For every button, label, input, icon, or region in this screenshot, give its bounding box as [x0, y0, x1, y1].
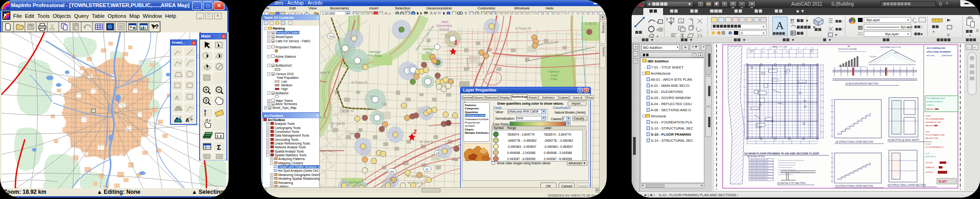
svg-text:Park: Park [425, 51, 432, 54]
svg-text:19'-3": 19'-3" [786, 51, 790, 53]
svg-text:E Peach St: E Peach St [516, 27, 531, 30]
svg-text:▼: ▼ [650, 38, 654, 42]
svg-text:▪ FLR JOIST 11x7 @16"OC: ▪ FLR JOIST 11x7 @16"OC [750, 162, 769, 164]
svg-text:0: 0 [741, 31, 743, 35]
svg-text:E 4th St: E 4th St [585, 22, 596, 25]
svg-text:S-10?: S-10? [939, 180, 947, 183]
svg-text:▼: ▼ [689, 38, 693, 42]
svg-text:?: ? [155, 23, 159, 30]
svg-text:A: A [185, 117, 189, 123]
svg-text:M 41.5: M 41.5 [772, 46, 778, 48]
svg-text:R=12: R=12 [895, 52, 898, 54]
svg-text:22'-2": 22'-2" [761, 51, 765, 53]
svg-text:▼: ▼ [742, 38, 746, 42]
svg-text:199: 199 [389, 170, 394, 173]
svg-text:(6) STRUCTURAL STAIR SECTION: (6) STRUCTURAL STAIR SECTION [835, 140, 873, 143]
svg-text:TI/9: TI/9 [329, 35, 334, 38]
svg-text:30: 30 [425, 168, 429, 171]
svg-text:15': 15' [769, 47, 772, 49]
svg-text:▪ FLR JOIST 3x9 @16"OC: ▪ FLR JOIST 3x9 @16"OC [750, 179, 768, 181]
svg-text:Nash: Nash [441, 20, 449, 23]
svg-text:10': 10' [755, 47, 757, 49]
svg-text:AA: AA [848, 46, 850, 47]
svg-text:A: A [776, 19, 784, 31]
svg-text:W 13th St: W 13th St [420, 140, 433, 144]
svg-text:A: A [175, 94, 179, 101]
svg-text:▼: ▼ [791, 38, 795, 42]
svg-text:▪ FLR JOIST 11x9 @16"OC: ▪ FLR JOIST 11x9 @16"OC [750, 173, 769, 175]
svg-text:IBD ADDITION BLDG: IBD ADDITION BLDG [926, 101, 942, 103]
svg-text:RIDGE BEAM 6 3/4x13.5 GLB: RIDGE BEAM 6 3/4x13.5 GLB [880, 46, 901, 48]
svg-text:1: 1 [454, 39, 457, 46]
svg-text:W 5th St: W 5th St [342, 109, 354, 113]
svg-text:▪ FLR JOIST 4x9 @16"OC: ▪ FLR JOIST 4x9 @16"OC [750, 165, 768, 167]
svg-text:14': 14' [762, 47, 764, 49]
svg-text:scale:: scale: [926, 153, 930, 154]
svg-text:29'-3": 29'-3" [798, 51, 802, 53]
svg-text:/: / [842, 28, 843, 31]
svg-text:working on: working on [926, 171, 934, 173]
svg-text:30'-2": 30'-2" [773, 51, 778, 53]
svg-text:SNOW DRIFT DIAGRAM: SNOW DRIFT DIAGRAM [838, 48, 857, 50]
svg-text:Heritage: Heritage [369, 50, 381, 54]
svg-text:sheet No:: sheet No: [926, 162, 933, 164]
svg-text:sheet:: sheet: [926, 131, 930, 133]
svg-text:issued:: issued: [926, 143, 931, 145]
svg-text:DRAWN BY: DRAWN BY [926, 167, 935, 168]
svg-text:▼: ▼ [969, 34, 972, 37]
svg-text:2: 2 [413, 128, 417, 135]
svg-text:(5) STRUCT WALL STAIR SECTION: (5) STRUCT WALL STAIR SECTION [887, 184, 926, 186]
svg-text:W Peach St: W Peach St [351, 81, 368, 84]
svg-text:Harmon: Harmon [548, 70, 560, 73]
svg-text:STRUCTURAL ENGINEERS: STRUCTURAL ENGINEERS [926, 51, 951, 53]
svg-text:Park: Park [551, 77, 557, 81]
svg-text:▼: ▼ [656, 35, 659, 38]
svg-text:PROJ ENGINEER/SEAL: PROJ ENGINEER/SEAL [926, 118, 944, 120]
svg-text:Park Plaza: Park Plaza [367, 54, 382, 57]
svg-text:/: / [842, 20, 843, 23]
svg-text:19': 19' [790, 47, 793, 49]
svg-text:ByLayer: ByLayer [885, 32, 899, 36]
svg-text:(6) STRUCTURAL STAIR SECTION: (6) STRUCTURAL STAIR SECTION [835, 184, 873, 187]
svg-text:▼: ▼ [805, 19, 809, 23]
svg-text:▼: ▼ [932, 31, 935, 33]
svg-text:12': 12' [804, 47, 807, 49]
svg-text:(1) MAIN FLOOR FRAMING PLAN AN: (1) MAIN FLOOR FRAMING PLAN AND SECOND F… [744, 152, 819, 155]
svg-text:re Ankorra: re Ankorra [926, 104, 934, 106]
svg-text:▼: ▼ [834, 33, 838, 37]
svg-text:FLOOR FRAMING PLAN: FLOOR FRAMING PLAN [926, 134, 945, 136]
svg-text:PROJ NAME AND ADDR: PROJ NAME AND ADDR [926, 98, 945, 100]
svg-text:▼: ▼ [762, 32, 765, 35]
svg-text:Field: Field [551, 74, 557, 77]
svg-text:DESIGNED BY JWC: DESIGNED BY JWC [926, 122, 941, 123]
svg-text:(2) BUILDING/ROOF SECTION: (2) BUILDING/ROOF SECTION [845, 82, 879, 85]
svg-text:□: □ [967, 46, 969, 50]
svg-text:School: School [440, 28, 449, 31]
svg-text:For: For [452, 158, 458, 162]
svg-text:34'-6": 34'-6" [750, 50, 755, 52]
svg-text:(3) DETAIL/TYP. SECTION: (3) DETAIL/TYP. SECTION [777, 182, 805, 184]
svg-text:▪ FLR JOIST 10x4 @16"OC: ▪ FLR JOIST 10x4 @16"OC [750, 170, 769, 172]
svg-text:SHOTTER: SHOTTER [926, 55, 934, 57]
svg-text:□: □ [921, 25, 923, 29]
svg-text:J41 COVERDALE INC: J41 COVERDALE INC [926, 47, 946, 49]
svg-text:Elementary: Elementary [437, 24, 453, 28]
svg-text:28'-0": 28'-0" [810, 50, 815, 52]
svg-text:?: ? [190, 117, 193, 122]
svg-text:▼: ▼ [828, 38, 832, 42]
svg-text:(4) SECTION @ ELEV SHAFT: (4) SECTION @ ELEV SHAFT [887, 138, 919, 141]
svg-text:22': 22' [797, 47, 800, 49]
svg-text:ByLayer: ByLayer [866, 18, 880, 22]
svg-text:23': 23' [811, 47, 814, 49]
svg-text:▼: ▼ [907, 33, 910, 36]
svg-text:Heritage: Heritage [423, 47, 434, 51]
svg-text:sealed:: sealed: [926, 115, 931, 117]
svg-text:?: ? [205, 99, 208, 103]
svg-text:2x12@16: 2x12@16 [870, 56, 876, 58]
svg-text:▦ LEGEND NOTES: ▦ LEGEND NOTES [748, 155, 765, 158]
svg-text:▪ FLR JOIST 6x12 @16"OC: ▪ FLR JOIST 6x12 @16"OC [750, 159, 769, 161]
svg-text:DRAFTER/EW: DRAFTER/EW [941, 55, 953, 57]
svg-text:▪ FLR JOIST 9x4 @16"OC: ▪ FLR JOIST 9x4 @16"OC [750, 176, 768, 178]
svg-text:#: # [939, 108, 940, 110]
svg-text:▪ FLR JOIST 4x12 @16"OC: ▪ FLR JOIST 4x12 @16"OC [750, 168, 769, 169]
